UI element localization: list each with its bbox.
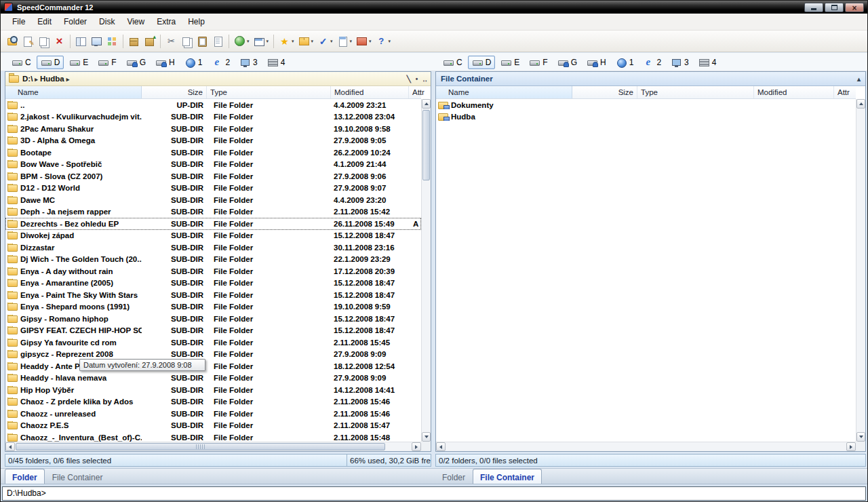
scroll-left-button[interactable] bbox=[5, 442, 15, 451]
file-row[interactable]: Enya - Shepard moons (1991)SUB-DIRFile F… bbox=[5, 301, 421, 313]
drive-button-g[interactable]: G bbox=[122, 56, 150, 69]
file-row[interactable]: Dokumenty bbox=[436, 99, 856, 111]
breadcrumb-arrow-icon[interactable] bbox=[66, 75, 70, 83]
paste-button[interactable] bbox=[195, 33, 210, 50]
file-row[interactable]: Dezrechts - Bez ohledu EPSUB-DIRFile Fol… bbox=[5, 218, 421, 230]
scroll-right-button[interactable] bbox=[846, 442, 856, 451]
drive-button-d[interactable]: D bbox=[468, 56, 496, 69]
drive-button-4[interactable]: 4 bbox=[694, 56, 721, 69]
column-header-size[interactable]: Size bbox=[572, 86, 637, 98]
file-row[interactable]: D12 - D12 WorldSUB-DIRFile Folder27.9.20… bbox=[5, 182, 421, 195]
file-row[interactable]: Diwokej západSUB-DIRFile Folder15.12.200… bbox=[5, 230, 421, 242]
file-row[interactable]: Dawe MCSUB-DIRFile Folder4.4.2009 23:20 bbox=[5, 194, 421, 206]
file-row[interactable]: BPM - Slova (CZ 2007)SUB-DIRFile Folder2… bbox=[5, 170, 421, 182]
menu-file[interactable]: File bbox=[6, 14, 31, 29]
right-horizontal-scrollbar[interactable] bbox=[436, 442, 856, 451]
file-row[interactable]: Gipsy - Romano hiphopSUB-DIRFile Folder1… bbox=[5, 313, 421, 325]
drive-button-3[interactable]: 3 bbox=[667, 56, 693, 69]
scroll-right-button[interactable] bbox=[412, 442, 421, 451]
pack-button[interactable] bbox=[126, 33, 142, 50]
drive-button-1[interactable]: 1 bbox=[612, 56, 638, 69]
select-button[interactable] bbox=[315, 33, 335, 50]
file-row[interactable]: 2.jakost - Kvulikurvachudejm vit...SUB-D… bbox=[5, 111, 421, 123]
rollup-icon[interactable] bbox=[857, 75, 861, 83]
column-header-type[interactable]: Type bbox=[637, 86, 754, 98]
scroll-up-button[interactable] bbox=[856, 99, 865, 109]
file-row[interactable]: Deph - Ja nejsem rapperSUB-DIRFile Folde… bbox=[5, 206, 421, 218]
left-horizontal-scrollbar[interactable] bbox=[5, 442, 421, 451]
drive-button-c[interactable]: C bbox=[439, 56, 467, 69]
navigate-button[interactable] bbox=[232, 33, 252, 50]
drive-button-c[interactable]: C bbox=[7, 56, 35, 69]
column-header-name[interactable]: Name bbox=[5, 86, 142, 98]
right-vertical-scrollbar[interactable] bbox=[856, 99, 865, 442]
menu-help[interactable]: Help bbox=[182, 14, 211, 29]
column-header-size[interactable]: Size bbox=[142, 86, 207, 98]
drive-button-2[interactable]: 2 bbox=[208, 56, 234, 69]
file-row[interactable]: Chaozz_-_Inventura_(Best_of)-C...SUB-DIR… bbox=[5, 431, 421, 442]
maximize-button[interactable] bbox=[825, 3, 844, 12]
drive-button-h[interactable]: H bbox=[151, 56, 179, 69]
tools-button[interactable] bbox=[354, 33, 374, 50]
column-header-name[interactable]: Name bbox=[436, 86, 572, 98]
column-header-modified[interactable]: Modified bbox=[331, 86, 409, 98]
file-row[interactable]: Enya - Paint The Sky With StarsSUB-DIRFi… bbox=[5, 289, 421, 301]
file-row[interactable]: Bow Wave - SpotřebičSUB-DIRFile Folder4.… bbox=[5, 159, 421, 171]
file-row[interactable]: DizzastarSUB-DIRFile Folder30.11.2008 23… bbox=[5, 242, 421, 254]
tab-folder[interactable]: Folder bbox=[435, 469, 472, 484]
file-row[interactable]: Chaozz - unreleasedSUB-DIRFile Folder2.1… bbox=[5, 408, 421, 420]
drive-button-3[interactable]: 3 bbox=[235, 56, 262, 69]
folder-tree-button[interactable] bbox=[73, 33, 89, 50]
file-row[interactable]: Hip Hop VýběrSUB-DIRFile Folder14.12.200… bbox=[5, 384, 421, 396]
properties-button[interactable] bbox=[210, 33, 226, 50]
menu-extra[interactable]: Extra bbox=[151, 14, 182, 29]
title-bar[interactable]: SpeedCommander 12 bbox=[1, 1, 867, 14]
file-row[interactable]: 2Pac Amaru ShakurSUB-DIRFile Folder19.10… bbox=[5, 123, 421, 135]
scroll-left-button[interactable] bbox=[436, 442, 446, 451]
views-button[interactable] bbox=[252, 33, 271, 50]
drive-button-2[interactable]: 2 bbox=[639, 56, 665, 69]
thumbnails-button[interactable] bbox=[104, 33, 120, 50]
copy-file-button[interactable] bbox=[36, 33, 52, 50]
edit-file-button[interactable] bbox=[20, 33, 36, 50]
close-button[interactable] bbox=[845, 3, 864, 12]
column-header-attr[interactable]: Attr bbox=[834, 86, 856, 98]
file-row[interactable]: Enya - A day without rainSUB-DIRFile Fol… bbox=[5, 265, 421, 277]
file-row[interactable]: Chaozz P.E.SSUB-DIRFile Folder2.11.2008 … bbox=[5, 420, 421, 432]
drive-button-f[interactable]: F bbox=[525, 56, 551, 69]
breadcrumb-segment[interactable]: D:\ bbox=[22, 75, 33, 83]
file-row[interactable]: Gipsy Ya favourite cd romSUB-DIRFile Fol… bbox=[5, 336, 421, 349]
horizontal-scrollbar-thumb[interactable] bbox=[16, 443, 385, 450]
favorites-button[interactable] bbox=[277, 33, 296, 50]
minimize-button[interactable] bbox=[804, 3, 823, 12]
tab-folder[interactable]: Folder bbox=[5, 469, 45, 484]
scroll-down-button[interactable] bbox=[856, 432, 865, 442]
drive-button-e[interactable]: E bbox=[65, 56, 92, 69]
pane-filter-icon[interactable] bbox=[407, 75, 411, 83]
file-row[interactable]: Enya - Amarantine (2005)SUB-DIRFile Fold… bbox=[5, 277, 421, 290]
cut-button[interactable] bbox=[163, 33, 179, 50]
file-row[interactable]: 3D - Alpha & OmegaSUB-DIRFile Folder27.9… bbox=[5, 135, 421, 147]
column-header-modified[interactable]: Modified bbox=[754, 86, 834, 98]
scroll-up-button[interactable] bbox=[422, 99, 431, 109]
file-row[interactable]: Dj Wich - The Golden Touch (20...SUB-DIR… bbox=[5, 254, 421, 266]
drive-button-1[interactable]: 1 bbox=[180, 56, 207, 69]
file-row[interactable]: Headdy - hlava nemavaSUB-DIRFile Folder2… bbox=[5, 372, 421, 385]
file-row[interactable]: ..UP-DIRFile Folder4.4.2009 23:21 bbox=[5, 99, 421, 111]
command-line-input[interactable]: D:\Hudba> bbox=[2, 486, 866, 501]
file-menu-button[interactable] bbox=[335, 33, 355, 50]
drive-button-f[interactable]: F bbox=[94, 56, 120, 69]
pane-dot-icon[interactable] bbox=[416, 75, 418, 83]
pane-options-icon[interactable] bbox=[422, 75, 427, 83]
file-row[interactable]: Hudba bbox=[436, 111, 856, 123]
left-vertical-scrollbar[interactable] bbox=[421, 99, 431, 442]
search-folder-button[interactable] bbox=[5, 33, 20, 50]
quick-view-button[interactable] bbox=[89, 33, 104, 50]
vertical-scrollbar-thumb[interactable] bbox=[422, 110, 430, 180]
folder-menu-button[interactable] bbox=[296, 33, 316, 50]
delete-button[interactable] bbox=[52, 33, 67, 50]
drive-button-4[interactable]: 4 bbox=[263, 56, 290, 69]
file-row[interactable]: Chaoz - Z prdele klika by AdosSUB-DIRFil… bbox=[5, 396, 421, 408]
file-row[interactable]: BootapeSUB-DIRFile Folder26.2.2009 10:24 bbox=[5, 147, 421, 159]
file-row[interactable]: Headdy - Ante Portas KKM 2008SUB-DIRFile… bbox=[5, 360, 421, 372]
